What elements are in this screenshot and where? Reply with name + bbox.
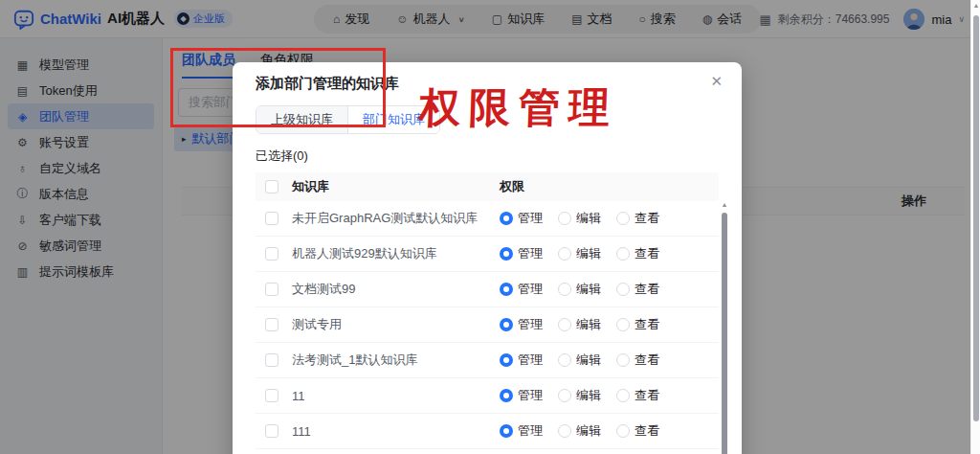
radio-edit-label: 编辑 — [576, 352, 601, 369]
radio-manage[interactable]: 管理 — [500, 245, 543, 262]
radio-manage-icon[interactable] — [500, 212, 513, 225]
radio-manage-icon[interactable] — [500, 247, 513, 261]
tab-department-knowledge[interactable]: 部门知识库 — [347, 106, 439, 133]
table-header-row: 知识库 权限 — [256, 172, 719, 201]
radio-edit-icon[interactable] — [558, 318, 571, 331]
radio-view[interactable]: 查看 — [616, 316, 659, 333]
table-row: 机器人测试929默认知识库 管理 编辑 查看 — [256, 237, 719, 272]
table-row: 未开启GraphRAG测试默认知识库 管理 编辑 查看 — [256, 201, 719, 237]
radio-view[interactable]: 查看 — [616, 281, 659, 298]
page-scrollbar-thumb[interactable] — [973, 15, 979, 421]
radio-view[interactable]: 查看 — [616, 210, 659, 227]
row-checkbox[interactable] — [265, 247, 278, 261]
radio-view-icon[interactable] — [616, 353, 630, 367]
radio-edit[interactable]: 编辑 — [558, 352, 601, 369]
knowledge-source-tabs: 上级知识库 部门知识库 — [256, 105, 440, 134]
table-row: 测试专用 管理 编辑 查看 — [256, 307, 719, 343]
radio-edit[interactable]: 编辑 — [558, 422, 601, 440]
radio-edit-label: 编辑 — [576, 316, 601, 333]
table-row: OFD格式使用 管理 编辑 查看 — [256, 449, 719, 454]
radio-manage-icon[interactable] — [500, 283, 513, 296]
page-scroll-up-icon[interactable]: ▲ — [971, 2, 980, 9]
radio-manage[interactable]: 管理 — [500, 281, 543, 298]
radio-view-label: 查看 — [635, 281, 659, 298]
radio-edit-icon[interactable] — [558, 247, 571, 261]
knowledge-name: 未开启GraphRAG测试默认知识库 — [292, 210, 478, 227]
radio-view-icon[interactable] — [616, 212, 630, 225]
radio-manage[interactable]: 管理 — [500, 352, 543, 369]
radio-edit-label: 编辑 — [576, 422, 601, 440]
table-row: 文档测试99 管理 编辑 查看 — [256, 272, 719, 307]
app-root: ChatWiki AI机器人 ◆ 企业版 ⌂ 发现 ∨ ☺ 机器人 ∨ ▢ 知识… — [0, 0, 980, 454]
radio-manage-icon[interactable] — [500, 318, 513, 331]
radio-manage-icon[interactable] — [500, 389, 513, 402]
radio-edit-icon[interactable] — [558, 353, 571, 367]
radio-view[interactable]: 查看 — [616, 245, 659, 262]
radio-manage-icon[interactable] — [500, 424, 513, 438]
radio-manage[interactable]: 管理 — [500, 316, 543, 333]
scroll-up-icon[interactable]: ▲ — [721, 201, 728, 208]
permission-radio-group: 管理 编辑 查看 — [500, 316, 659, 333]
radio-view-label: 查看 — [635, 210, 659, 227]
selected-count: 已选择(0) — [256, 148, 719, 165]
radio-view-icon[interactable] — [616, 424, 630, 438]
radio-view-icon[interactable] — [616, 389, 630, 402]
radio-edit-icon[interactable] — [558, 424, 571, 438]
table-scrollbar-thumb[interactable] — [722, 213, 727, 454]
permission-radio-group: 管理 编辑 查看 — [500, 422, 659, 440]
radio-edit-icon[interactable] — [558, 389, 571, 402]
radio-manage-label: 管理 — [518, 210, 543, 227]
radio-view-icon[interactable] — [616, 247, 630, 261]
radio-manage-icon[interactable] — [500, 353, 513, 367]
close-icon[interactable]: ✕ — [710, 74, 723, 88]
table-scrollbar[interactable]: ▲ — [721, 203, 728, 454]
radio-manage[interactable]: 管理 — [500, 210, 543, 227]
radio-view-icon[interactable] — [616, 318, 630, 331]
radio-view-label: 查看 — [635, 422, 659, 440]
add-knowledge-modal: 添加部门管理的知识库 ✕ 上级知识库 部门知识库 已选择(0) 知识库 权限 未… — [233, 62, 742, 454]
radio-edit[interactable]: 编辑 — [558, 210, 601, 227]
table-body: 未开启GraphRAG测试默认知识库 管理 编辑 查看 机器人测试929默认知识… — [256, 201, 719, 454]
row-checkbox[interactable] — [265, 389, 278, 402]
radio-view-label: 查看 — [635, 352, 659, 369]
row-checkbox[interactable] — [265, 353, 278, 367]
radio-view-label: 查看 — [635, 387, 659, 404]
radio-view[interactable]: 查看 — [616, 422, 659, 440]
row-checkbox[interactable] — [265, 318, 278, 331]
radio-manage[interactable]: 管理 — [500, 387, 543, 404]
row-checkbox[interactable] — [265, 283, 278, 296]
radio-edit-icon[interactable] — [558, 283, 571, 296]
radio-view-icon[interactable] — [616, 283, 630, 296]
knowledge-name: 测试专用 — [292, 316, 342, 333]
permission-radio-group: 管理 编辑 查看 — [500, 281, 659, 298]
radio-view[interactable]: 查看 — [616, 352, 659, 369]
column-permission: 权限 — [500, 178, 524, 195]
radio-manage-label: 管理 — [518, 281, 543, 298]
radio-edit[interactable]: 编辑 — [558, 281, 601, 298]
select-all-checkbox[interactable] — [265, 180, 278, 193]
table-row: 111 管理 编辑 查看 — [256, 414, 719, 449]
row-checkbox[interactable] — [265, 424, 278, 438]
knowledge-name: 法考测试_1默认知识库 — [292, 352, 417, 369]
radio-manage-label: 管理 — [518, 422, 543, 440]
permission-radio-group: 管理 编辑 查看 — [500, 210, 659, 227]
knowledge-name: 文档测试99 — [292, 281, 355, 298]
knowledge-name: 111 — [292, 424, 311, 439]
radio-edit-icon[interactable] — [558, 212, 571, 225]
knowledge-name: 机器人测试929默认知识库 — [292, 245, 437, 262]
radio-edit[interactable]: 编辑 — [558, 316, 601, 333]
row-checkbox[interactable] — [265, 212, 278, 225]
radio-view-label: 查看 — [635, 245, 659, 262]
permission-radio-group: 管理 编辑 查看 — [500, 387, 659, 404]
radio-manage[interactable]: 管理 — [500, 422, 543, 440]
knowledge-table: 知识库 权限 未开启GraphRAG测试默认知识库 管理 编辑 查看 机器人测试… — [256, 172, 719, 454]
radio-edit[interactable]: 编辑 — [558, 245, 601, 262]
radio-edit[interactable]: 编辑 — [558, 387, 601, 404]
table-row: 法考测试_1默认知识库 管理 编辑 查看 — [256, 343, 719, 378]
tab-parent-knowledge[interactable]: 上级知识库 — [256, 106, 347, 133]
radio-manage-label: 管理 — [518, 245, 543, 262]
knowledge-name: 11 — [292, 389, 305, 403]
radio-view[interactable]: 查看 — [616, 387, 659, 404]
permission-radio-group: 管理 编辑 查看 — [500, 352, 659, 369]
page-scrollbar[interactable]: ▲ — [970, 0, 980, 454]
